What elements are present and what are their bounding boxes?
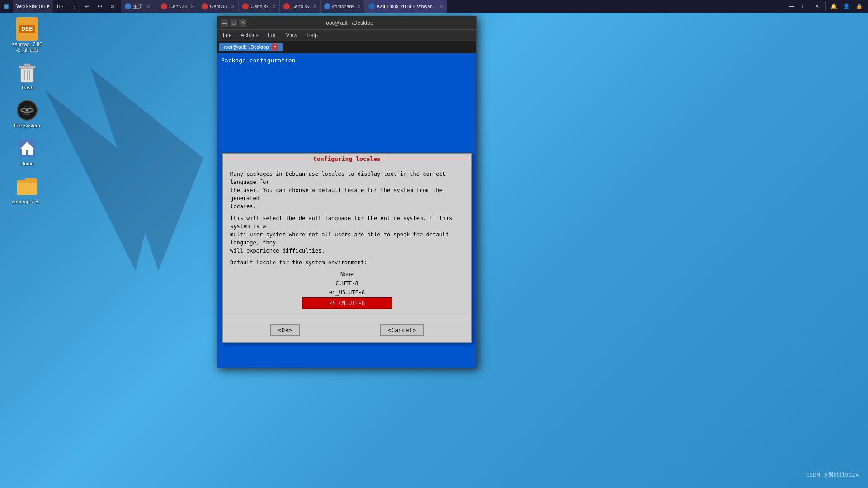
- watermark: CSDN @测试机9624: [806, 471, 859, 479]
- home-image: [16, 137, 38, 159]
- taskbar-left: ▣ Workstation ▾ ⏸▾ ⊡ ↩ ⊙ ⊗: [0, 0, 121, 13]
- tab-centos2-label: CentOS: [210, 4, 227, 9]
- terminal-content-area[interactable]: Package configuration Configuring locale…: [217, 53, 476, 368]
- locale-enutf8[interactable]: en_US.UTF-8: [302, 288, 392, 296]
- terminal-tab-label: root@kali:~/Desktop: [224, 44, 269, 50]
- tab-centos4-favicon: [283, 3, 290, 9]
- window-close-btn[interactable]: ✕: [811, 1, 822, 12]
- home-icon-desktop[interactable]: Home: [9, 137, 45, 166]
- svg-rect-2: [24, 64, 30, 66]
- tab-centos2-close[interactable]: ✕: [231, 4, 235, 9]
- terminal-tab-bar: root@kali:~/Desktop ✕: [217, 41, 476, 53]
- user-icon[interactable]: 👤: [841, 1, 852, 12]
- locale-none[interactable]: None: [302, 270, 392, 278]
- dialog-title-line-left: [225, 159, 309, 159]
- zenmap-deb-label: zenmap_7.80-2_all.deb: [12, 42, 42, 52]
- browser-tabs: 主页 ✕ CentOS ✕ CentOS ✕ CentOS ✕ CentOS: [121, 0, 786, 13]
- tab-centos3-favicon: [242, 3, 249, 9]
- separator2: [120, 2, 120, 11]
- filesystem-label: File System: [14, 123, 40, 128]
- locale-list[interactable]: None C.UTF-8 en_US.UTF-8 zh_CN.UTF-8: [230, 270, 464, 309]
- terminal-close-btn[interactable]: ✕: [239, 19, 246, 27]
- terminal-tab-active[interactable]: root@kali:~/Desktop ✕: [219, 43, 283, 51]
- trash-svg: [17, 61, 37, 83]
- window-maximize-btn[interactable]: □: [799, 1, 810, 12]
- tab-koolshare-favicon: [324, 3, 330, 9]
- dialog-locale-prompt: Default locale for the system environmen…: [230, 258, 464, 267]
- folder-svg: [16, 176, 38, 196]
- window-minimize-btn[interactable]: —: [786, 1, 797, 12]
- tab-centos-4[interactable]: CentOS ✕: [280, 0, 321, 13]
- terminal-title: root@kali:~/Desktop: [246, 20, 451, 26]
- configuring-locales-dialog: Configuring locales Many packages in Deb…: [222, 153, 472, 343]
- filesystem-image: [16, 99, 38, 121]
- terminal-menu-file[interactable]: File: [221, 31, 233, 39]
- taskbar-right: — □ ✕ 🔔 👤 🔒: [786, 0, 868, 13]
- tab-centos2-favicon: [202, 3, 208, 9]
- dialog-text-2: This will select the default language fo…: [230, 214, 464, 255]
- tab-centos1-close[interactable]: ✕: [190, 4, 194, 9]
- locale-zhcn-selected[interactable]: zh_CN.UTF-8: [302, 297, 392, 309]
- dialog-ok-btn[interactable]: <Ok>: [270, 324, 300, 336]
- vmware-icon[interactable]: ▣: [0, 0, 13, 13]
- settings-btn[interactable]: ⊗: [106, 0, 119, 13]
- workstation-dropdown-arrow: ▾: [47, 3, 49, 9]
- tab-kali-active[interactable]: Kali-Linux-2019.4-vmwar... ✕: [365, 0, 447, 13]
- dialog-title-line-right: [385, 159, 469, 159]
- terminal-window-controls: — □ ✕: [221, 19, 246, 27]
- terminal-titlebar: — □ ✕ root@kali:~/Desktop: [217, 16, 476, 30]
- trash-label: Trash: [21, 85, 33, 90]
- terminal-menu-actions[interactable]: Actions: [239, 31, 260, 39]
- tab-centos3-close[interactable]: ✕: [272, 4, 276, 9]
- tab-centos4-label: CentOS: [292, 4, 309, 9]
- tab-centos-3[interactable]: CentOS ✕: [239, 0, 279, 13]
- dialog-titlebar: Configuring locales: [223, 154, 471, 164]
- terminal-window: — □ ✕ root@kali:~/Desktop File Actions E…: [217, 16, 477, 368]
- tab-centos1-label: CentOS: [169, 4, 187, 9]
- snapshot-btn[interactable]: ⊙: [94, 0, 106, 13]
- tab-centos1-favicon: [161, 3, 167, 9]
- zenmap-folder-image: [16, 175, 38, 197]
- trash-icon-desktop[interactable]: Trash: [9, 61, 45, 90]
- zenmap-folder-icon[interactable]: zenmap-7.8...: [9, 175, 45, 204]
- dialog-text-1: Many packages in Debian use locales to d…: [230, 170, 464, 211]
- zenmap-folder-label: zenmap-7.8...: [12, 199, 42, 204]
- tab-centos4-close[interactable]: ✕: [313, 4, 316, 9]
- refresh-btn[interactable]: ↩: [81, 0, 94, 13]
- tab-centos-2[interactable]: CentOS ✕: [198, 0, 239, 13]
- terminal-menu-help[interactable]: Help: [305, 31, 320, 39]
- svg-point-10: [26, 109, 28, 111]
- pause-btn[interactable]: ⏸▾: [53, 0, 66, 13]
- home-svg: [16, 137, 38, 159]
- terminal-tab-close-btn[interactable]: ✕: [272, 44, 278, 50]
- locale-cutf8[interactable]: C.UTF-8: [302, 279, 392, 287]
- dialog-cancel-btn[interactable]: <Cancel>: [380, 324, 425, 336]
- notification-bell-icon[interactable]: 🔔: [828, 1, 839, 12]
- tab-koolshare-close[interactable]: ✕: [357, 4, 361, 9]
- zenmap-deb-image: [16, 18, 38, 40]
- send-ctrl-alt-del-btn[interactable]: ⊡: [68, 0, 81, 13]
- filesystem-svg: [16, 99, 38, 121]
- tab-kali-close[interactable]: ✕: [439, 4, 443, 9]
- tab-koolshare[interactable]: koolshare ✕: [321, 0, 365, 13]
- zenmap-deb-icon[interactable]: zenmap_7.80-2_all.deb: [9, 18, 45, 52]
- tab-home-close[interactable]: ✕: [146, 4, 150, 9]
- workstation-menu[interactable]: Workstation ▾: [13, 0, 53, 13]
- home-label: Home: [20, 161, 33, 166]
- terminal-menu-view[interactable]: View: [284, 31, 299, 39]
- desktop: ▣ Workstation ▾ ⏸▾ ⊡ ↩ ⊙ ⊗ 主页 ✕ CentOS: [0, 0, 868, 488]
- separator: [67, 2, 67, 11]
- dialog-buttons: <Ok> <Cancel>: [223, 320, 471, 342]
- tab-centos-1[interactable]: CentOS ✕: [157, 0, 198, 13]
- tab-home[interactable]: 主页 ✕: [121, 0, 157, 13]
- watermark-text: CSDN @测试机9624: [806, 471, 859, 478]
- filesystem-icon-desktop[interactable]: File System: [9, 99, 45, 128]
- dialog-title-text: Configuring locales: [309, 155, 385, 162]
- terminal-minimize-btn[interactable]: —: [221, 19, 228, 27]
- tab-kali-label: Kali-Linux-2019.4-vmwar...: [377, 4, 435, 9]
- terminal-maximize-btn[interactable]: □: [230, 19, 237, 27]
- terminal-menu-edit[interactable]: Edit: [266, 31, 279, 39]
- lock-icon[interactable]: 🔒: [854, 1, 864, 12]
- tab-centos3-label: CentOS: [250, 4, 268, 9]
- desktop-icons-area: zenmap_7.80-2_all.deb Trash: [9, 18, 45, 204]
